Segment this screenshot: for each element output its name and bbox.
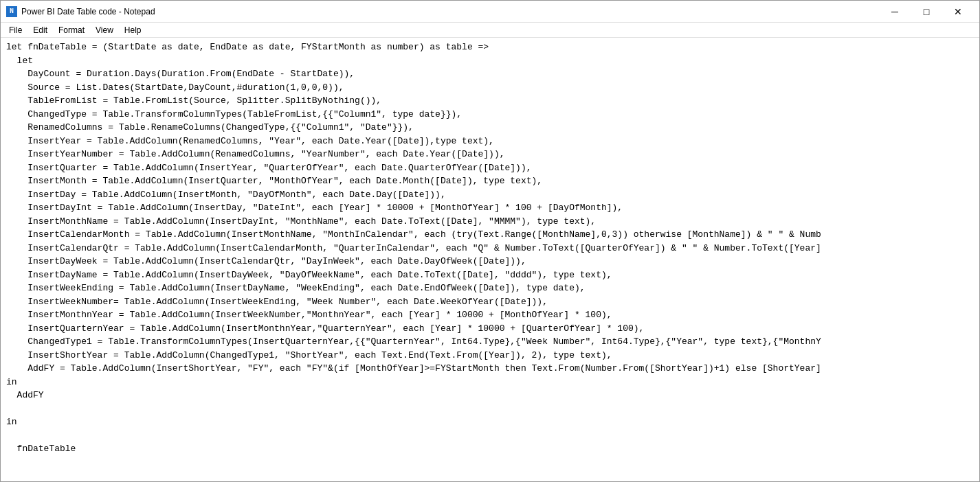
menu-item-format[interactable]: Format <box>53 24 90 36</box>
maximize-button[interactable]: □ <box>911 1 942 23</box>
menu-item-edit[interactable]: Edit <box>27 24 53 36</box>
title-bar-controls: ─ □ ✕ <box>879 1 974 23</box>
menu-bar: FileEditFormatViewHelp <box>1 23 979 38</box>
title-bar: N Power BI Date Table code - Notepad ─ □… <box>1 1 979 23</box>
code-editor[interactable]: let fnDateTable = (StartDate as date, En… <box>6 41 974 456</box>
minimize-button[interactable]: ─ <box>879 1 911 23</box>
menu-item-view[interactable]: View <box>90 24 119 36</box>
content-area[interactable]: let fnDateTable = (StartDate as date, En… <box>1 38 979 481</box>
menu-item-help[interactable]: Help <box>119 24 147 36</box>
window-title: Power BI Date Table code - Notepad <box>21 7 155 16</box>
menu-item-file[interactable]: File <box>3 24 27 36</box>
close-button[interactable]: ✕ <box>942 1 974 23</box>
notepad-icon-letter: N <box>10 8 14 15</box>
main-window: N Power BI Date Table code - Notepad ─ □… <box>0 0 980 482</box>
notepad-icon: N <box>6 6 17 17</box>
title-bar-left: N Power BI Date Table code - Notepad <box>6 6 155 17</box>
